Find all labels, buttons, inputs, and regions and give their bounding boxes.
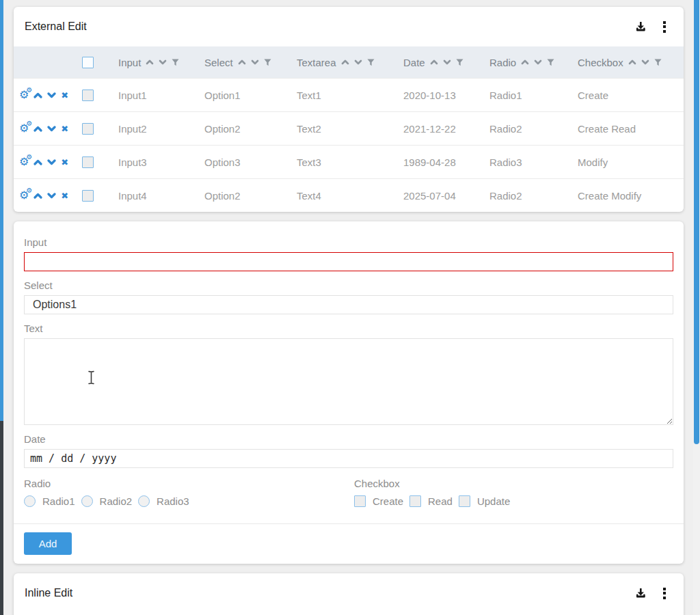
row-select-checkbox[interactable] [82,156,94,168]
column-label: Checkbox [578,57,623,68]
checkbox[interactable] [354,495,366,507]
row-select-checkbox[interactable] [82,123,94,135]
cell-select: Option3 [198,156,290,168]
inline-edit-card: Inline Edit [14,573,684,615]
radio-button[interactable] [81,495,93,507]
sort-asc-icon[interactable] [521,59,529,65]
vertical-scrollbar-track[interactable] [693,0,700,615]
table-header-row: Input Select Textarea Date [14,46,684,78]
cell-date: 2021-12-22 [396,123,483,135]
sort-asc-icon[interactable] [430,59,438,65]
row-select-checkbox[interactable] [82,90,94,101]
cell-input: Input2 [111,123,198,135]
vertical-scrollbar-thumb[interactable] [694,0,699,444]
add-button[interactable]: Add [24,532,72,555]
sort-asc-icon[interactable] [628,59,636,65]
cell-date: 2025-07-04 [396,190,483,202]
filter-icon[interactable] [264,59,271,66]
radio-option-label: Radio1 [42,495,75,507]
row-checkbox-cell [77,123,111,135]
page-content: External Edit [14,7,684,615]
left-scrollbar-thumb[interactable] [0,0,3,421]
download-icon[interactable] [634,587,647,599]
text-textarea[interactable] [24,338,673,425]
input-field[interactable] [24,252,673,271]
checkbox-group-label: Checkbox [354,478,673,489]
filter-icon[interactable] [367,59,375,66]
row-actions: ⚙⚙ ✖ [14,190,77,201]
cell-textarea: Text4 [290,190,396,202]
move-up-icon[interactable] [33,159,42,165]
move-down-icon[interactable] [47,126,56,132]
filter-icon[interactable] [456,59,463,66]
column-header-radio: Radio [483,57,571,68]
move-up-icon[interactable] [33,126,42,132]
select-all-checkbox[interactable] [82,57,94,68]
filter-icon[interactable] [654,59,662,66]
text-label: Text [24,323,673,334]
cell-textarea: Text3 [290,156,396,168]
radio-option: Radio2 [81,495,133,507]
column-header-date: Date [396,57,483,68]
row-checkbox-cell [77,190,111,202]
cell-radio: Radio3 [483,156,571,168]
select-label: Select [24,279,673,291]
move-down-icon[interactable] [47,92,56,98]
row-actions: ⚙⚙ ✖ [14,90,77,100]
settings-cogs-icon[interactable]: ⚙⚙ [19,90,29,100]
sort-desc-icon[interactable] [251,59,259,65]
delete-x-icon[interactable]: ✖ [61,158,68,167]
kebab-menu-icon[interactable] [663,21,666,33]
cell-input: Input1 [111,90,198,101]
sort-desc-icon[interactable] [159,59,167,65]
radio-button[interactable] [138,495,150,507]
external-edit-card: External Edit [14,7,684,212]
cell-date: 1989-04-28 [396,156,483,168]
kebab-menu-icon[interactable] [663,588,666,599]
column-label: Radio [489,57,516,68]
cell-input: Input3 [111,156,198,168]
radio-option-label: Radio2 [100,495,133,507]
settings-cogs-icon[interactable]: ⚙⚙ [19,123,29,134]
delete-x-icon[interactable]: ✖ [61,91,68,100]
column-label: Date [403,57,425,68]
delete-x-icon[interactable]: ✖ [61,191,68,200]
row-select-checkbox[interactable] [82,190,94,202]
sort-desc-icon[interactable] [354,59,362,65]
cell-checkbox: Modify [571,156,684,168]
move-down-icon[interactable] [47,159,56,165]
checkbox[interactable] [459,495,470,507]
download-icon[interactable] [634,20,647,33]
date-label: Date [24,433,673,445]
checkbox[interactable] [409,495,421,507]
cell-input: Input4 [111,190,198,202]
filter-icon[interactable] [172,59,179,66]
move-up-icon[interactable] [33,92,42,98]
row-actions: ⚙⚙ ✖ [14,123,77,134]
date-input[interactable]: mm / dd / yyyy [24,449,673,468]
card-title: External Edit [25,20,87,33]
cell-textarea: Text1 [290,90,396,101]
settings-cogs-icon[interactable]: ⚙⚙ [19,156,29,167]
left-edge-dark-strip [0,421,3,615]
column-header-input: Input [111,57,198,68]
sort-desc-icon[interactable] [534,59,542,65]
radio-checkbox-row: Radio Radio1 Radio2 Radio3 [24,469,673,519]
move-down-icon[interactable] [47,193,56,199]
column-label: Textarea [297,57,336,68]
cell-select: Option1 [198,90,290,101]
sort-asc-icon[interactable] [341,59,349,65]
card-actions [634,20,666,33]
cell-radio: Radio2 [483,190,571,202]
filter-icon[interactable] [547,59,554,66]
settings-cogs-icon[interactable]: ⚙⚙ [19,190,29,201]
radio-button[interactable] [24,495,36,507]
select-dropdown[interactable]: Options1 [24,295,673,314]
sort-asc-icon[interactable] [238,59,246,65]
move-up-icon[interactable] [33,193,42,199]
sort-desc-icon[interactable] [443,59,451,65]
sort-asc-icon[interactable] [146,59,154,65]
delete-x-icon[interactable]: ✖ [61,124,68,133]
add-record-form-card: Input Select Options1 Text Date mm / dd … [14,221,684,564]
sort-desc-icon[interactable] [641,59,649,65]
